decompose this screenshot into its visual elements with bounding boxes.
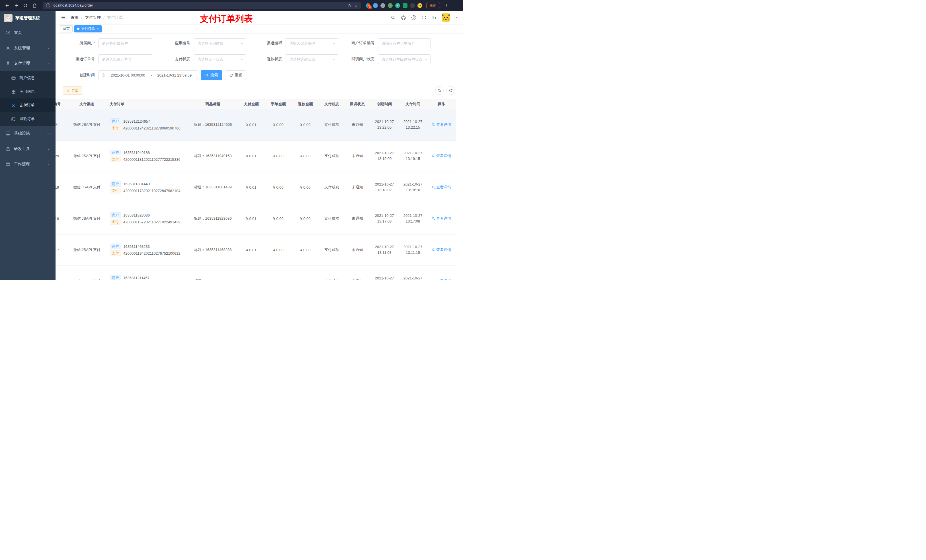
reset-button[interactable]: 重置: [225, 70, 246, 80]
view-detail-link[interactable]: 查看详情: [432, 216, 451, 221]
site-info-icon[interactable]: i: [46, 3, 50, 8]
view-detail-label: 查看详情: [436, 247, 451, 252]
sidebar-item-label: 支付订单: [20, 103, 50, 108]
created-time: 13:17:03: [370, 219, 399, 224]
view-detail-link[interactable]: 查看详情: [432, 122, 451, 127]
search-button-label: 搜索: [210, 72, 218, 78]
sidebar-item-label: 研发工具: [14, 146, 44, 151]
created-date: 2021-10-27: [370, 150, 399, 156]
channel-code-input[interactable]: [286, 39, 338, 48]
pay-order-no: 4200001173202110272847982104: [123, 189, 180, 193]
cell-refund-amount: ¥ 0.00: [292, 140, 319, 172]
merchant-order-no-input[interactable]: [378, 39, 430, 48]
breadcrumb-home[interactable]: 首页: [71, 15, 79, 20]
extension-square-icon[interactable]: [402, 3, 407, 8]
sidebar-item-home[interactable]: 首页: [0, 25, 56, 41]
reload-icon[interactable]: [22, 2, 29, 9]
sidebar-item-system[interactable]: 系统管理: [0, 41, 56, 56]
close-tab-icon[interactable]: ×: [97, 27, 99, 31]
notify-status-input[interactable]: [378, 54, 430, 64]
sidebar-item-pay-order[interactable]: 支付订单: [0, 98, 56, 112]
tab-home[interactable]: 首页: [60, 25, 73, 32]
paid-date: 2021-10-27: [399, 244, 427, 250]
breadcrumb: 首页 / 支付管理 / 支付订单: [71, 15, 123, 20]
sidebar-item-merchant-info[interactable]: 商户信息: [0, 71, 56, 85]
tab-pay-order[interactable]: 支付订单 ×: [74, 25, 101, 32]
github-icon[interactable]: [401, 15, 406, 20]
sidebar-item-workflow[interactable]: 工作流程: [0, 157, 56, 172]
forward-icon[interactable]: [12, 2, 20, 9]
yen-icon: ¥: [5, 61, 11, 66]
user-menu-caret-icon[interactable]: [455, 17, 458, 18]
sidebar-item-dev-tools[interactable]: 研发工具: [0, 141, 56, 157]
extension-green-icon[interactable]: [388, 3, 393, 8]
col-pay-amount: 支付金额: [238, 99, 265, 109]
cell-pay-amount: ¥ 0.01: [238, 109, 265, 140]
browser-menu-icon[interactable]: ⋮: [443, 3, 450, 8]
col-pay-channel: 支付渠道: [67, 99, 107, 109]
merchant-input[interactable]: [98, 39, 152, 48]
date-range-picker[interactable]: 2021-10-01 00:00:00 - 2021-10-31 23:59:5…: [98, 70, 198, 80]
view-detail-link[interactable]: 查看详情: [432, 279, 451, 280]
refund-status-input[interactable]: [286, 54, 338, 64]
pay-order-no: 4200001194202110276752100612: [123, 251, 180, 255]
bookmark-star-icon[interactable]: ☆: [354, 3, 358, 8]
cell-pay-channel: 微信 JSAPI 支付: [67, 234, 107, 266]
view-detail-label: 查看详情: [436, 185, 451, 190]
extension-gray-icon[interactable]: [380, 3, 385, 8]
dashboard-icon: [5, 30, 11, 35]
app-no-input[interactable]: [194, 39, 246, 48]
cell-pay-channel: 微信 JSAPI 支付: [67, 140, 107, 172]
created-date: 2021-10-27: [370, 244, 399, 250]
toggle-search-icon[interactable]: [435, 86, 443, 95]
home-icon[interactable]: [31, 2, 38, 9]
collapse-sidebar-icon[interactable]: [61, 15, 66, 20]
breadcrumb-payment[interactable]: 支付管理: [85, 15, 101, 20]
breadcrumb-current: 支付订单: [107, 15, 123, 20]
pay-tag: 支付: [110, 188, 121, 193]
export-button[interactable]: 导出: [63, 86, 82, 95]
cell-pay-channel: 微信 JSAPI 支付: [67, 172, 107, 203]
cell-pay-channel: 微信 JSAPI 支付: [67, 266, 107, 280]
help-icon[interactable]: ?: [412, 15, 416, 20]
extension-avatar-icon[interactable]: [418, 3, 422, 8]
fullscreen-icon[interactable]: [421, 15, 426, 20]
filter-row-1: 所属商户 应用编号 渠道编码: [58, 38, 460, 48]
cell-pay-status: 支付成功: [319, 234, 345, 266]
user-avatar[interactable]: [442, 14, 450, 22]
sidebar-item-label: 首页: [14, 30, 50, 35]
cell-notify-status: 未通知: [345, 172, 370, 203]
extension-drop-icon[interactable]: [373, 3, 378, 8]
channel-order-no-input[interactable]: [98, 54, 152, 64]
app-logo[interactable]: 芋道管理系统: [0, 11, 56, 25]
sidebar-item-refund-order[interactable]: 退款订单: [0, 112, 56, 126]
address-bar[interactable]: i localhost:1024/pay/order ☆: [43, 2, 361, 9]
sidebar-item-app-info[interactable]: 应用信息: [0, 85, 56, 98]
paid-time: 13:18:10: [399, 187, 427, 193]
back-icon[interactable]: [3, 2, 11, 9]
sidebar-item-infrastructure[interactable]: 基础设施: [0, 126, 56, 141]
col-actions: 操作: [427, 99, 455, 109]
table-row: 17 微信 JSAPI 支付 商户 1635311468233 支付 42000…: [56, 234, 455, 266]
clock-icon: [101, 73, 105, 77]
search-button[interactable]: 搜索: [201, 70, 222, 80]
browser-update-button[interactable]: 更新: [426, 2, 440, 9]
extension-puzzle-icon[interactable]: 10: [366, 3, 371, 8]
sidebar-item-label: 基础设施: [14, 131, 44, 136]
extension-pin-icon[interactable]: [410, 3, 415, 8]
search-icon[interactable]: [391, 15, 395, 20]
refresh-table-icon[interactable]: [446, 86, 455, 95]
pay-status-input[interactable]: [194, 54, 246, 64]
view-detail-link[interactable]: 查看详情: [432, 247, 451, 252]
view-detail-link[interactable]: 查看详情: [432, 185, 451, 190]
share-icon[interactable]: [347, 3, 351, 8]
col-fee-amount: 手续金额: [265, 99, 292, 109]
cell-pay-amount: ¥ 0.01: [238, 266, 265, 280]
paid-time: 13:22:15: [399, 125, 427, 130]
sidebar-item-payment[interactable]: ¥ 支付管理: [0, 56, 56, 71]
cell-product-title: 标题：1635311468233: [188, 234, 238, 266]
table-row: 16 微信 JSAPI 支付 商户 1635311211457 支付 42000…: [56, 266, 455, 280]
font-size-icon[interactable]: TT: [432, 15, 436, 20]
view-detail-link[interactable]: 查看详情: [432, 153, 451, 158]
extension-vue-icon[interactable]: V: [395, 3, 400, 8]
